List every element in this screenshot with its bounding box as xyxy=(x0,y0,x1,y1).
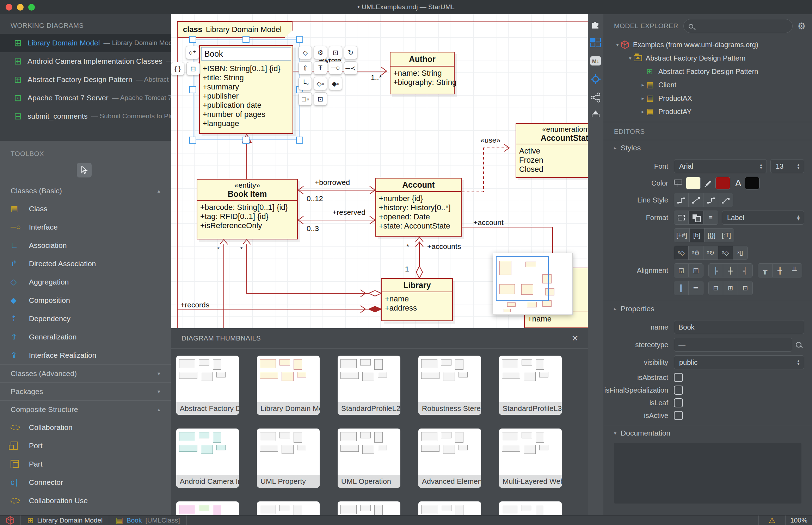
toolbox-item-part[interactable]: Part xyxy=(0,455,171,473)
uml-class-author[interactable]: Author+name: String+biography: String xyxy=(390,52,455,94)
tree-item-abstract-factory-design-pattern[interactable]: ⊞Abstract Factory Design Pattern xyxy=(603,65,812,78)
diagram-thumbnail[interactable]: Advanced Elements xyxy=(418,429,481,488)
quick-nested-class-button[interactable]: ⊡ xyxy=(314,92,327,106)
isFinalSpecialization-checkbox[interactable] xyxy=(674,386,683,395)
isActive-checkbox[interactable] xyxy=(674,411,683,420)
quick-realization-button[interactable]: Ŧ xyxy=(314,61,327,75)
show-multiplicity-button[interactable]: [+#] xyxy=(674,228,690,242)
documentation-section-toggle[interactable]: ▾ Documentation xyxy=(603,425,812,441)
diagram-thumbnail[interactable]: Robustness Stereotype xyxy=(418,356,481,415)
quick-settings-button[interactable]: ⚙ xyxy=(314,46,327,59)
align-bottom-button[interactable]: ╨ xyxy=(787,263,802,277)
uml-class-book-item[interactable]: «entity»Book Item+barcode: String[0..1] … xyxy=(197,179,298,239)
class-name-edit-field[interactable]: Book xyxy=(201,47,291,61)
minimap[interactable] xyxy=(493,253,573,315)
suppress-attributes-button[interactable]: ˣ◇ xyxy=(674,246,689,260)
diagram-thumbnail[interactable] xyxy=(338,501,400,515)
label-format-select[interactable]: Label ▲▼ xyxy=(722,211,804,225)
quick-required-interface-button[interactable]: ─≺ xyxy=(344,61,357,75)
toolbox-section-header[interactable]: Packages▼ xyxy=(0,383,171,400)
diagram-thumbnail[interactable] xyxy=(499,501,562,515)
selection-handle[interactable] xyxy=(189,137,196,144)
selection-handle[interactable] xyxy=(189,86,196,93)
close-window-button[interactable] xyxy=(6,4,12,11)
zoom-target-icon[interactable] xyxy=(590,74,601,85)
toolbox-item-collaboration[interactable]: Collaboration xyxy=(0,418,171,437)
toolbox-item-dependency[interactable]: ⇡Dependency xyxy=(0,310,171,328)
hide-operations-button[interactable]: ˣ▯ xyxy=(733,246,748,260)
toolbox-section-header[interactable]: Composite Structure▲ xyxy=(0,401,171,418)
markdown-icon[interactable]: M↓ xyxy=(590,56,601,66)
align-center-button[interactable]: ╪ xyxy=(723,263,738,277)
diagram-thumbnail[interactable] xyxy=(257,501,320,515)
breadcrumb-element[interactable]: ▤ Book [UMLClass] xyxy=(109,515,186,525)
minimize-window-button[interactable] xyxy=(17,4,24,11)
selection-handle[interactable] xyxy=(296,137,303,144)
uml-class-library[interactable]: Library+name+address xyxy=(381,278,453,321)
suppress-receptions-button[interactable]: ˣ↻ xyxy=(703,246,718,260)
stereotype-field[interactable] xyxy=(674,338,792,352)
add-constraint-button[interactable]: { } xyxy=(171,62,184,75)
name-field[interactable] xyxy=(674,320,804,334)
toolbox-item-composition[interactable]: ◆Composition xyxy=(0,291,171,310)
select-tool-button[interactable] xyxy=(77,163,92,177)
show-properties-button[interactable]: [{}] xyxy=(705,228,719,242)
quick-aggregation-button[interactable]: ◇▫ xyxy=(314,77,327,90)
diagram-thumbnail[interactable]: UML Operation xyxy=(338,429,400,488)
quick-provided-interface-button[interactable]: ─○ xyxy=(329,61,342,75)
font-color-swatch[interactable] xyxy=(745,177,759,189)
send-to-back-button[interactable]: ◱ xyxy=(674,263,689,277)
bring-to-front-button[interactable]: ◳ xyxy=(689,263,703,277)
show-stereotype-button[interactable]: [b] xyxy=(690,228,705,242)
diagram-thumbnail[interactable] xyxy=(418,501,481,515)
diagram-thumbnail[interactable]: Abstract Factory Desig xyxy=(176,356,239,415)
documentation-textarea[interactable] xyxy=(614,443,801,504)
word-wrap-button[interactable]: ≡ xyxy=(703,211,718,225)
diagram-thumbnail[interactable]: Library Domain Model xyxy=(257,356,320,415)
working-diagram-item[interactable]: ⊞Android Camera Implementation Classes— xyxy=(0,52,171,70)
align-top-button[interactable]: ╥ xyxy=(758,263,773,277)
selection-handle[interactable] xyxy=(189,36,196,43)
toolbox-item-aggregation[interactable]: ◇Aggregation xyxy=(0,273,171,291)
uml-class-account-state[interactable]: «enumeration»AccountStateActiveFrozenClo… xyxy=(516,123,588,178)
selection-handle[interactable] xyxy=(242,36,250,43)
diagram-thumbnail[interactable] xyxy=(176,501,239,515)
stereotype-search-icon[interactable] xyxy=(796,342,801,348)
uml-class-account[interactable]: Account+number {id}+history: History[0..… xyxy=(375,178,462,237)
collapse-arrow-icon[interactable]: ▸ xyxy=(639,82,646,88)
stacked-rects-button[interactable] xyxy=(689,211,703,225)
tree-item-productay[interactable]: ▸▤ProductAY xyxy=(603,105,812,118)
toolbox-item-directed-association[interactable]: ↱Directed Association xyxy=(0,255,171,273)
toolbox-section-header[interactable]: Classes (Advanced)▼ xyxy=(0,365,171,382)
line-style-oblique-button[interactable] xyxy=(689,193,703,207)
line-color-swatch[interactable] xyxy=(715,177,730,189)
show-type-button[interactable]: [:T] xyxy=(719,228,734,242)
same-size-button[interactable]: ⊡ xyxy=(738,281,753,295)
align-middle-button[interactable]: ╫ xyxy=(773,263,787,277)
font-family-select[interactable]: Arial ▲▼ xyxy=(674,159,767,173)
line-style-curve-button[interactable] xyxy=(718,193,733,207)
styles-section-toggle[interactable]: ▸ Styles xyxy=(603,140,812,156)
add-interface-button[interactable]: ○⁺ xyxy=(186,46,199,59)
diagram-thumbnail[interactable]: Multi-Layered Web Arch xyxy=(499,429,562,488)
distribute-vertically-button[interactable]: ═ xyxy=(689,281,703,295)
fill-color-swatch[interactable] xyxy=(686,177,701,189)
quick-dependency-button[interactable]: ⊐▫ xyxy=(299,92,312,106)
selection-handle[interactable] xyxy=(296,36,303,43)
line-style-rounded-button[interactable] xyxy=(703,193,718,207)
generalization-tree-icon[interactable] xyxy=(590,111,601,121)
toolbox-item-interface-realization[interactable]: ⇪Interface Realization xyxy=(0,346,171,364)
toolbox-section-header[interactable]: Classes (Basic)▲ xyxy=(0,182,171,200)
isLeaf-checkbox[interactable] xyxy=(674,398,683,407)
breadcrumb-diagram[interactable]: ⊞ Library Domain Model xyxy=(21,515,109,525)
suppress-operations-button[interactable]: ˣ⚙ xyxy=(689,246,703,260)
line-style-rectilinear-button[interactable] xyxy=(674,193,689,207)
distribute-horizontally-button[interactable]: ║ xyxy=(674,281,689,295)
working-diagram-item[interactable]: ⊡Apache Tomcat 7 Server— Apache Tomcat 7… xyxy=(0,89,171,107)
quick-sync-button[interactable]: ↻ xyxy=(344,46,357,59)
font-size-select[interactable]: 13 ▲▼ xyxy=(770,159,804,173)
toolbox-item-port[interactable]: Port xyxy=(0,437,171,455)
selection-handle[interactable] xyxy=(242,137,250,144)
diagram-thumbnail[interactable]: Android Camera Impler xyxy=(176,429,239,488)
diagram-canvas[interactable]: classLibrary Domain Model Book+ISBN: Str… xyxy=(171,14,588,328)
